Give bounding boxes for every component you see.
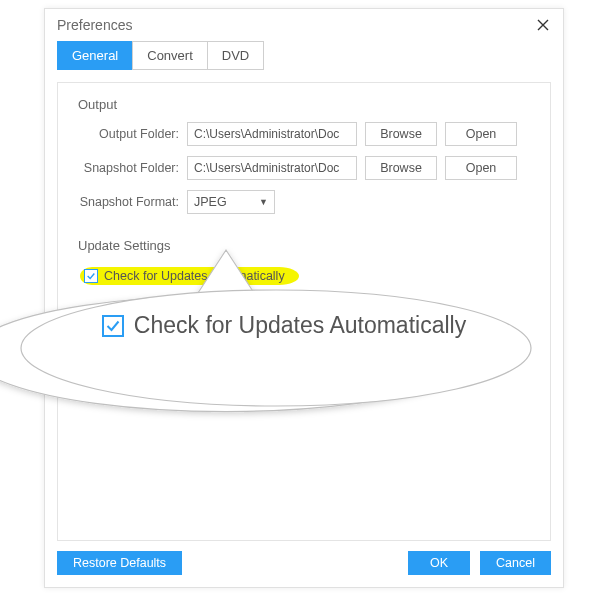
check-updates-checkbox[interactable] [84, 269, 98, 283]
output-folder-row: Output Folder: C:\Users\Administrator\Do… [72, 122, 536, 146]
snapshot-folder-label: Snapshot Folder: [72, 161, 187, 175]
output-folder-open-button[interactable]: Open [445, 122, 517, 146]
tab-convert[interactable]: Convert [132, 41, 208, 70]
snapshot-folder-open-button[interactable]: Open [445, 156, 517, 180]
tabs: General Convert DVD [45, 41, 563, 70]
cancel-button[interactable]: Cancel [480, 551, 551, 575]
update-group-title: Update Settings [78, 238, 536, 253]
check-updates-row: Check for Updates Automatically [80, 267, 299, 285]
footer: Restore Defaults OK Cancel [45, 541, 563, 587]
check-updates-label: Check for Updates Automatically [104, 269, 285, 283]
snapshot-format-select[interactable]: JPEG ▼ [187, 190, 275, 214]
snapshot-format-value: JPEG [194, 195, 227, 209]
window-title: Preferences [57, 17, 132, 33]
tab-general[interactable]: General [57, 41, 133, 70]
snapshot-format-row: Snapshot Format: JPEG ▼ [72, 190, 536, 214]
ok-button[interactable]: OK [408, 551, 470, 575]
restore-defaults-button[interactable]: Restore Defaults [57, 551, 182, 575]
output-folder-label: Output Folder: [72, 127, 187, 141]
snapshot-format-label: Snapshot Format: [72, 195, 187, 209]
chevron-down-icon: ▼ [259, 197, 268, 207]
titlebar: Preferences [45, 9, 563, 39]
output-folder-browse-button[interactable]: Browse [365, 122, 437, 146]
snapshot-folder-row: Snapshot Folder: C:\Users\Administrator\… [72, 156, 536, 180]
content-panel: Output Output Folder: C:\Users\Administr… [57, 82, 551, 541]
snapshot-folder-input[interactable]: C:\Users\Administrator\Doc [187, 156, 357, 180]
output-folder-input[interactable]: C:\Users\Administrator\Doc [187, 122, 357, 146]
snapshot-folder-browse-button[interactable]: Browse [365, 156, 437, 180]
output-group-title: Output [78, 97, 536, 112]
tab-dvd[interactable]: DVD [207, 41, 264, 70]
preferences-dialog: Preferences General Convert DVD Output O… [44, 8, 564, 588]
close-icon[interactable] [535, 17, 551, 33]
content-area: Output Output Folder: C:\Users\Administr… [45, 70, 563, 541]
